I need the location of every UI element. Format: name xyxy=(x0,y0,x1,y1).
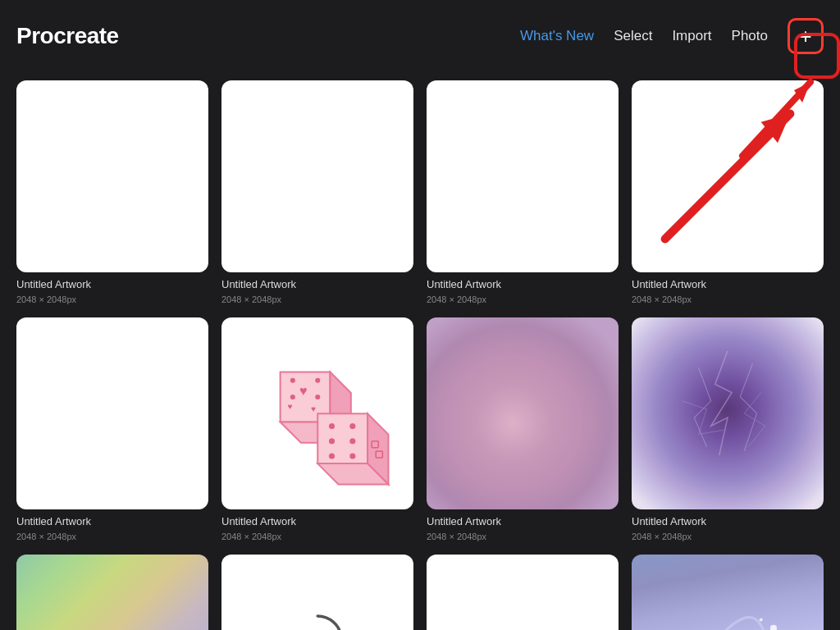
svg-point-24 xyxy=(770,624,777,630)
artwork-dimensions: 2048 × 2048px xyxy=(221,532,413,541)
artwork-item[interactable]: Untitled Artwork 2048 × 2048px xyxy=(16,80,208,304)
gallery-grid: Untitled Artwork 2048 × 2048px Untitled … xyxy=(0,72,840,630)
svg-point-20 xyxy=(349,453,355,459)
svg-point-9 xyxy=(315,377,320,382)
artwork-dimensions: 2048 × 2048px xyxy=(16,532,208,541)
artwork-title: Untitled Artwork xyxy=(16,278,208,290)
artwork-item[interactable]: Untitled Artwork 2048 × 2048px xyxy=(427,80,619,304)
artwork-dimensions: 2048 × 2048px xyxy=(427,294,619,304)
app-logo: Procreate xyxy=(16,23,119,49)
svg-text:♥: ♥ xyxy=(311,404,316,413)
header: Procreate What's New Select Import Photo xyxy=(0,0,840,72)
artwork-dimensions: 2048 × 2048px xyxy=(16,294,208,304)
artwork-item[interactable]: Untitled Artwork 2048 × 2048px xyxy=(16,317,208,541)
artwork-title: Untitled Artwork xyxy=(221,515,413,527)
svg-text:♥: ♥ xyxy=(299,383,308,398)
artwork-title: Untitled Artwork xyxy=(16,515,208,527)
artwork-item[interactable]: ♥ ♥ ♥ xyxy=(221,317,413,541)
svg-point-18 xyxy=(349,438,355,444)
svg-point-11 xyxy=(315,395,320,399)
nav-whats-new[interactable]: What's New xyxy=(520,28,594,44)
artwork-title: Untitled Artwork xyxy=(632,515,824,527)
nav-photo[interactable]: Photo xyxy=(732,28,768,44)
artwork-item[interactable]: Untitled Artwork 2048 × 2048px xyxy=(632,80,824,304)
artwork-title: Untitled Artwork xyxy=(427,515,619,527)
artwork-title: Untitled Artwork xyxy=(427,278,619,290)
artwork-thumbnail xyxy=(221,80,413,272)
nav-select[interactable]: Select xyxy=(614,28,652,44)
svg-point-26 xyxy=(760,618,763,621)
artwork-thumbnail xyxy=(16,80,208,272)
artwork-title: Untitled Artwork xyxy=(632,278,824,290)
svg-marker-12 xyxy=(317,413,368,463)
new-canvas-button[interactable] xyxy=(788,18,824,54)
artwork-item[interactable]: Untitled Artwork 2048 × 2048px xyxy=(632,317,824,541)
artwork-thumbnail xyxy=(427,317,619,509)
artwork-dimensions: 2048 × 2048px xyxy=(221,294,413,304)
artwork-item[interactable] xyxy=(221,555,413,630)
artwork-item[interactable]: Untitled Artwork 2048 × 2048px xyxy=(221,80,413,304)
svg-point-19 xyxy=(329,453,335,459)
svg-point-16 xyxy=(349,423,355,429)
svg-point-8 xyxy=(290,377,295,382)
artwork-thumbnail: ♥ ♥ ♥ xyxy=(221,317,413,509)
artwork-thumbnail xyxy=(221,555,413,630)
svg-text:♥: ♥ xyxy=(287,402,292,411)
artwork-thumbnail xyxy=(632,80,824,272)
artwork-dimensions: 2048 × 2048px xyxy=(632,294,824,304)
artwork-dimensions: 2048 × 2048px xyxy=(427,532,619,541)
artwork-thumbnail xyxy=(16,555,208,630)
artwork-thumbnail xyxy=(632,555,824,630)
header-nav: What's New Select Import Photo xyxy=(520,18,824,54)
artwork-item[interactable] xyxy=(427,555,619,630)
artwork-item[interactable] xyxy=(632,555,824,630)
svg-point-15 xyxy=(329,423,335,429)
artwork-item[interactable] xyxy=(16,555,208,630)
artwork-item[interactable]: Untitled Artwork 2048 × 2048px xyxy=(427,317,619,541)
artwork-thumbnail xyxy=(427,555,619,630)
nav-import[interactable]: Import xyxy=(672,28,711,44)
svg-point-17 xyxy=(329,438,335,444)
artwork-thumbnail xyxy=(427,80,619,272)
artwork-title: Untitled Artwork xyxy=(221,278,413,290)
artwork-dimensions: 2048 × 2048px xyxy=(632,532,824,541)
plus-button-wrapper xyxy=(788,18,824,54)
artwork-thumbnail xyxy=(632,317,824,509)
artwork-thumbnail xyxy=(16,317,208,509)
svg-point-10 xyxy=(290,395,295,399)
